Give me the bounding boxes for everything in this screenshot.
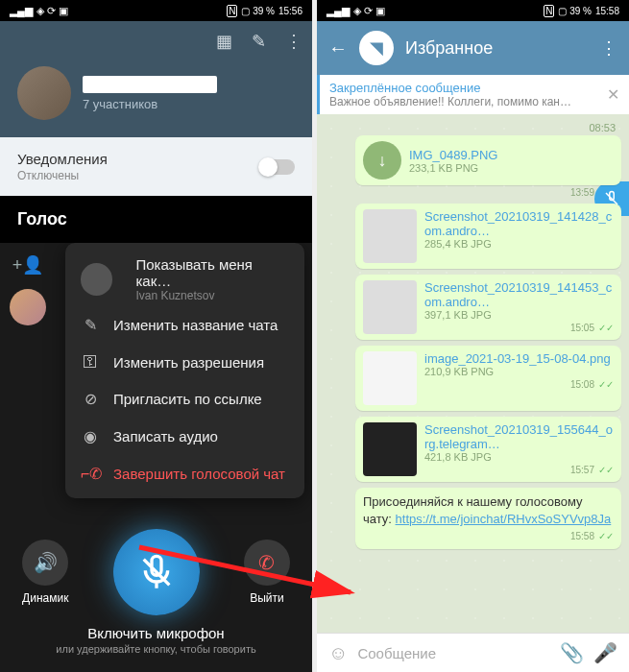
download-icon[interactable]: ↓ (363, 141, 401, 180)
hangup-icon: ⌐✆ (81, 465, 100, 483)
speaker-icon: 🔊 (22, 540, 68, 586)
message-input-bar: ☺ Сообщение 📎 🎤 (317, 633, 629, 672)
file-name: IMG_0489.PNG (409, 148, 614, 162)
back-arrow-icon[interactable]: ← (328, 37, 348, 60)
nfc-icon: N (227, 5, 237, 17)
chat-header: ← ◥ Избранное ⋮ (317, 21, 629, 75)
message-time: 15:05 (570, 323, 594, 333)
status-bar: ◈ ⟳ ▣ N▢ 39 %15:56 (0, 0, 312, 21)
avatar (81, 263, 112, 296)
close-icon[interactable]: ✕ (607, 85, 619, 104)
status-icons: ◈ ⟳ ▣ (353, 5, 385, 17)
file-name: image_2021-03-19_15-08-04.png (424, 351, 614, 366)
signal-icon (10, 5, 33, 17)
menu-show-as-sub: Ivan Kuznetsov (135, 289, 289, 302)
record-icon: ◉ (81, 427, 100, 445)
clock: 15:56 (278, 6, 302, 16)
group-name (83, 76, 217, 93)
notifications-status: Отключены (17, 169, 108, 182)
mic-hint-sub: или удерживайте кнопку, чтобы говорить (56, 643, 255, 655)
edit-icon[interactable]: ✎ (252, 31, 266, 52)
message-input[interactable]: Сообщение (357, 645, 550, 661)
file-meta: 233,1 KB PNG (409, 162, 614, 174)
image-message[interactable]: image_2021-03-19_15-08-04.png 210,9 KB P… (355, 346, 621, 411)
context-menu: Показывать меня как… Ivan Kuznetsov ✎Изм… (65, 243, 304, 498)
group-avatar[interactable] (17, 66, 71, 120)
notifications-label: Уведомления (17, 151, 108, 167)
mic-button[interactable] (113, 529, 200, 615)
notifications-row[interactable]: Уведомления Отключены (0, 137, 312, 196)
image-message[interactable]: Screenshot_20210319_155644_org.telegram…… (355, 417, 621, 482)
speaker-button[interactable]: 🔊 Динамик (22, 540, 68, 605)
group-info[interactable]: 7 участников (0, 57, 312, 137)
key-icon: ⚿ (81, 353, 100, 371)
announce-icon[interactable]: ▦ (216, 31, 232, 52)
message-time: 08:53 (355, 120, 621, 135)
menu-edit-title[interactable]: ✎Изменить название чата (65, 306, 304, 344)
file-meta: 421,8 KB JPG (424, 451, 614, 463)
saved-bookmark-icon[interactable]: ◥ (359, 31, 394, 65)
nfc-icon: N (544, 5, 554, 17)
participant-avatar[interactable] (10, 289, 46, 325)
menu-permissions[interactable]: ⚿Изменить разрешения (65, 344, 304, 380)
menu-show-as[interactable]: Показывать меня как… Ivan Kuznetsov (65, 249, 304, 306)
menu-show-as-label: Показывать меня как… (135, 256, 289, 289)
file-meta: 397,1 KB JPG (424, 309, 614, 321)
text-message[interactable]: Присоединяйся к нашему голосовому чату: … (355, 488, 621, 549)
image-thumbnail[interactable] (363, 351, 417, 405)
message-time: 15:57 (570, 465, 594, 475)
message-time: 15:08 (570, 379, 594, 390)
file-meta: 210,9 KB PNG (424, 366, 614, 377)
invite-link[interactable]: https://t.me/joinchat/RHvxSoSYVvp8Ja (396, 512, 612, 526)
file-name: Screenshot_20210319_141453_com.andro… (424, 280, 614, 309)
menu-end-chat[interactable]: ⌐✆Завершить голосовой чат (65, 455, 304, 492)
status-bar: ◈ ⟳ ▣ N▢ 39 %15:58 (317, 0, 629, 21)
pinned-title: Закреплённое сообщение (329, 81, 607, 95)
attach-icon[interactable]: 📎 (560, 641, 584, 664)
battery: ▢ 39 % (241, 6, 275, 16)
image-message[interactable]: Screenshot_20210319_141453_com.andro… 39… (355, 275, 621, 340)
link-icon: ⊘ (81, 390, 100, 408)
menu-record[interactable]: ◉Записать аудио (65, 418, 304, 455)
voice-chat-title: Голос (0, 196, 312, 243)
battery: ▢ 39 % (558, 6, 592, 16)
image-thumbnail[interactable] (363, 422, 417, 476)
group-header-actions: ▦ ✎ ⋮ (0, 21, 312, 57)
menu-invite-link[interactable]: ⊘Пригласить по ссылке (65, 380, 304, 418)
more-icon[interactable]: ⋮ (600, 37, 617, 59)
file-message[interactable]: ↓ IMG_0489.PNG 233,1 KB PNG (355, 135, 621, 185)
file-name: Screenshot_20210319_155644_org.telegram… (424, 422, 614, 451)
file-name: Screenshot_20210319_141428_com.andro… (424, 209, 614, 238)
file-meta: 285,4 KB JPG (424, 238, 614, 250)
pencil-icon: ✎ (81, 316, 100, 334)
pinned-message[interactable]: Закреплённое сообщение Важное объявление… (317, 75, 629, 114)
chat-title[interactable]: Избранное (405, 38, 589, 59)
image-thumbnail[interactable] (363, 280, 417, 334)
leave-button[interactable]: ✆ Выйти (244, 540, 290, 605)
image-message[interactable]: Screenshot_20210319_141428_com.andro… 28… (355, 204, 621, 269)
mic-off-icon (137, 553, 176, 591)
add-participant-icon[interactable]: +👤 (12, 254, 44, 276)
clock: 15:58 (595, 6, 619, 16)
pinned-preview: Важное объявление!! Коллеги, помимо кан… (329, 95, 607, 108)
notifications-toggle[interactable] (260, 159, 295, 175)
more-icon[interactable]: ⋮ (285, 31, 302, 52)
signal-icon (327, 5, 350, 17)
group-subtitle: 7 участников (83, 97, 217, 111)
mic-hint-title: Включить микрофон (56, 625, 255, 641)
chat-messages[interactable]: 08:53 ↓ IMG_0489.PNG 233,1 KB PNG 13:59✓… (317, 114, 629, 633)
message-time: 13:59✓✓ (355, 187, 614, 198)
message-time: 15:58 (570, 531, 594, 541)
status-icons: ◈ ⟳ ▣ (36, 5, 68, 17)
image-thumbnail[interactable] (363, 209, 417, 263)
mic-icon[interactable]: 🎤 (593, 641, 617, 664)
hangup-icon: ✆ (244, 540, 290, 586)
emoji-icon[interactable]: ☺ (328, 642, 348, 664)
